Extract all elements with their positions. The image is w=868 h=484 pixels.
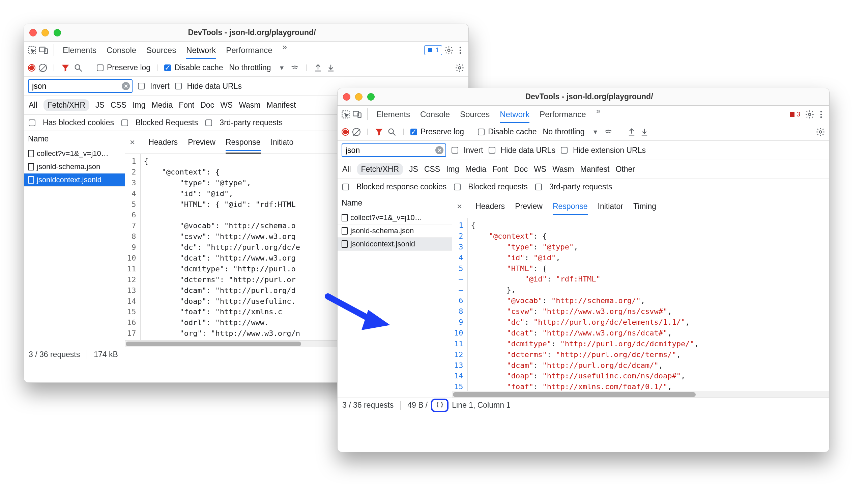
code-body[interactable]: { "@context": { "type": "@type", "id": "… (468, 218, 830, 391)
preserve-log-checkbox[interactable]: ✓ (410, 129, 417, 135)
tab-response[interactable]: Response (226, 134, 261, 150)
h-scrollbar[interactable] (452, 391, 829, 398)
tab-headers[interactable]: Headers (148, 138, 178, 147)
tab-headers[interactable]: Headers (475, 202, 505, 211)
filter-icon[interactable] (374, 127, 384, 137)
tab-sources[interactable]: Sources (146, 42, 176, 58)
search-icon[interactable] (74, 63, 83, 73)
blocked-requests-checkbox[interactable] (121, 119, 128, 126)
chip-css[interactable]: CSS (111, 101, 126, 110)
maximize-window-icon[interactable] (54, 29, 61, 36)
close-window-icon[interactable] (343, 93, 350, 101)
preserve-log-checkbox[interactable] (97, 64, 104, 71)
tab-network[interactable]: Network (500, 106, 529, 123)
tab-performance[interactable]: Performance (540, 106, 586, 123)
hide-ext-urls-checkbox[interactable] (561, 147, 568, 154)
inspect-icon[interactable] (341, 110, 350, 119)
throttling-select[interactable]: No throttling (540, 126, 587, 138)
search-icon[interactable] (387, 127, 397, 137)
hide-data-urls-checkbox[interactable] (489, 147, 495, 154)
inspect-icon[interactable] (27, 46, 37, 55)
gear-icon[interactable] (805, 110, 814, 119)
chevron-down-icon[interactable]: ▾ (277, 63, 287, 73)
disable-cache-checkbox[interactable] (478, 129, 485, 135)
chip-wasm[interactable]: Wasm (239, 101, 260, 110)
wifi-icon[interactable] (604, 127, 613, 137)
tab-elements[interactable]: Elements (63, 42, 96, 58)
upload-icon[interactable] (627, 127, 636, 137)
chip-img[interactable]: Img (133, 101, 145, 110)
disable-cache-checkbox[interactable]: ✓ (164, 64, 171, 71)
issues-badge[interactable]: 1 (424, 45, 442, 55)
request-row[interactable]: collect?v=1&_v=j10… (338, 211, 452, 224)
kebab-icon[interactable] (456, 46, 465, 55)
tab-console[interactable]: Console (107, 42, 136, 58)
blocked-cookies-checkbox[interactable] (342, 184, 349, 190)
pretty-print-button[interactable] (431, 399, 449, 412)
blocked-cookies-checkbox[interactable] (29, 119, 35, 126)
filter-icon[interactable] (61, 63, 70, 73)
chip-css[interactable]: CSS (424, 165, 440, 174)
chip-media[interactable]: Media (152, 101, 173, 110)
record-icon[interactable] (342, 128, 349, 136)
close-details-icon[interactable]: × (457, 201, 462, 212)
kebab-icon[interactable] (816, 110, 826, 119)
request-row[interactable]: jsonld-schema.json (24, 160, 125, 173)
tab-preview[interactable]: Preview (515, 202, 543, 211)
chip-all[interactable]: All (342, 165, 351, 174)
chip-fetch-xhr[interactable]: Fetch/XHR (357, 163, 403, 175)
blocked-requests-checkbox[interactable] (454, 184, 461, 190)
name-column-header[interactable]: Name (338, 195, 452, 211)
record-icon[interactable] (28, 64, 35, 72)
chip-img[interactable]: Img (446, 165, 459, 174)
tab-response[interactable]: Response (553, 198, 588, 214)
chip-wasm[interactable]: Wasm (552, 165, 574, 174)
request-row[interactable]: collect?v=1&_v=j10… (24, 147, 125, 160)
tab-elements[interactable]: Elements (376, 106, 410, 123)
chip-media[interactable]: Media (465, 165, 487, 174)
clear-filter-icon[interactable]: ✕ (435, 146, 443, 154)
chip-js[interactable]: JS (409, 165, 418, 174)
third-party-checkbox[interactable] (205, 119, 212, 126)
gear-icon[interactable] (455, 63, 464, 73)
chevron-down-icon[interactable]: ▾ (591, 127, 600, 137)
close-details-icon[interactable]: × (130, 137, 135, 147)
chip-doc[interactable]: Doc (514, 165, 528, 174)
device-toggle-icon[interactable] (352, 110, 362, 119)
third-party-checkbox[interactable] (535, 184, 542, 190)
tab-network[interactable]: Network (186, 42, 216, 58)
invert-checkbox[interactable] (138, 83, 145, 89)
throttling-select[interactable]: No throttling (227, 62, 274, 74)
errors-badge[interactable]: 3 (787, 110, 803, 119)
chip-ws[interactable]: WS (220, 101, 233, 110)
tab-console[interactable]: Console (420, 106, 450, 123)
hide-data-urls-checkbox[interactable] (175, 83, 182, 89)
tab-preview[interactable]: Preview (188, 138, 215, 147)
chip-fetch-xhr[interactable]: Fetch/XHR (44, 99, 89, 111)
filter-input[interactable] (28, 79, 133, 93)
request-row-selected[interactable]: jsonldcontext.jsonld (24, 173, 125, 187)
wifi-icon[interactable] (290, 63, 299, 73)
invert-checkbox[interactable] (452, 147, 458, 154)
chip-other[interactable]: Other (615, 165, 635, 174)
close-window-icon[interactable] (29, 29, 37, 36)
minimize-window-icon[interactable] (41, 29, 49, 36)
chip-manifest[interactable]: Manifest (267, 101, 296, 110)
chip-ws[interactable]: WS (534, 165, 546, 174)
chip-font[interactable]: Font (492, 165, 508, 174)
maximize-window-icon[interactable] (367, 93, 375, 101)
clear-icon[interactable] (39, 64, 47, 72)
tab-initiator[interactable]: Initiator (598, 202, 623, 211)
chip-all[interactable]: All (29, 101, 37, 110)
tab-timing[interactable]: Timing (633, 202, 656, 211)
gear-icon[interactable] (444, 46, 454, 55)
tab-sources[interactable]: Sources (460, 106, 490, 123)
more-tabs-icon[interactable]: » (596, 106, 601, 123)
request-row-selected[interactable]: jsonldcontext.jsonld (338, 238, 452, 251)
clear-icon[interactable] (352, 128, 360, 136)
tab-initiator[interactable]: Initiato (271, 138, 294, 147)
device-toggle-icon[interactable] (39, 46, 48, 55)
download-icon[interactable] (640, 127, 649, 137)
download-icon[interactable] (326, 63, 336, 73)
minimize-window-icon[interactable] (355, 93, 363, 101)
